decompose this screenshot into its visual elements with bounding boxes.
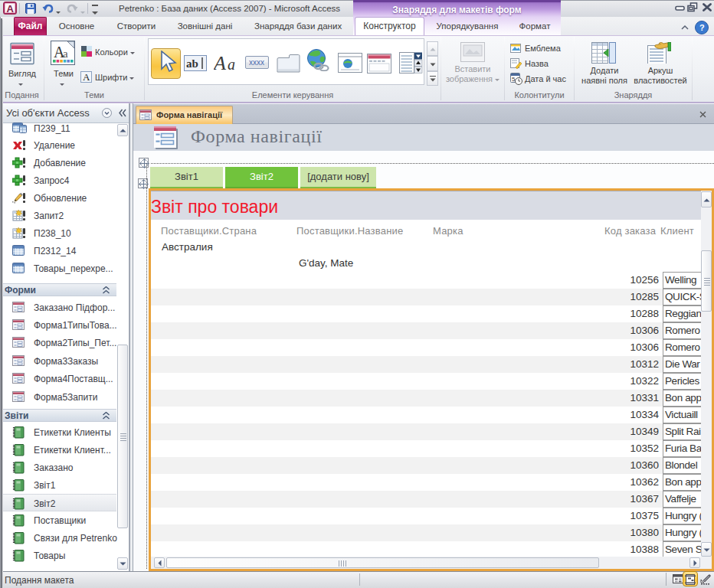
svg-text:ab: ab <box>186 57 198 70</box>
svg-text:xxxx: xxxx <box>249 58 264 67</box>
svg-text:?: ? <box>699 23 705 32</box>
svg-text:A: A <box>83 71 90 83</box>
svg-text:a: a <box>63 47 68 60</box>
svg-text:a: a <box>228 56 235 73</box>
svg-text:A: A <box>214 54 226 74</box>
svg-text:A: A <box>7 3 15 15</box>
